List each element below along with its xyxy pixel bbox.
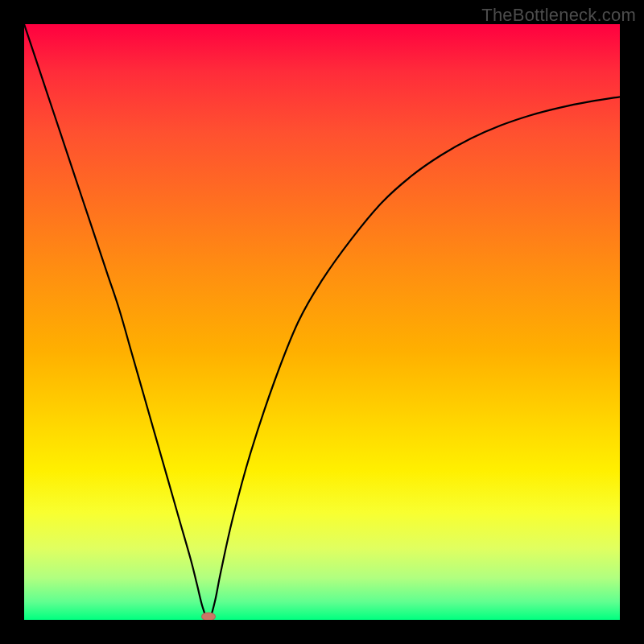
chart-container: TheBottleneck.com — [0, 0, 644, 644]
plot-area — [24, 24, 620, 620]
optimum-point-marker — [201, 613, 216, 621]
curve-layer — [24, 24, 620, 620]
watermark-text: TheBottleneck.com — [481, 5, 636, 26]
bottleneck-curve — [24, 24, 620, 620]
